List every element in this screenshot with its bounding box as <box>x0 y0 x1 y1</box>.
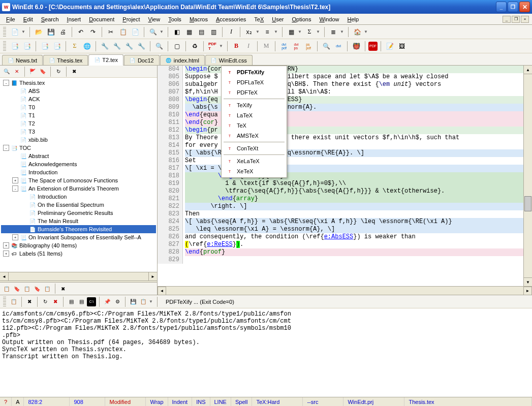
tree-node[interactable]: 📄T1 <box>1 111 156 119</box>
tree-node[interactable]: 📄T0 <box>1 103 156 111</box>
doc-tab-2[interactable]: 📄T2.tex <box>88 54 123 66</box>
maximize-button[interactable]: ❐ <box>508 2 518 12</box>
tree-expand-icon[interactable]: + <box>3 251 9 257</box>
dropdown-item[interactable]: TTeX <box>223 120 286 131</box>
dropdown-item[interactable]: TXeTeX <box>223 166 286 176</box>
toolbar-grip[interactable] <box>3 27 6 37</box>
tree-node[interactable]: 📄ACK <box>1 95 156 103</box>
tree-node[interactable]: 📃Abstract <box>1 152 156 160</box>
console-opts[interactable]: ⚙ <box>113 297 122 306</box>
menu-search[interactable]: Search <box>37 15 63 23</box>
vertical-scrollbar[interactable]: ▲ ▼ <box>523 66 532 286</box>
tex-btn1[interactable]: 📑 <box>9 41 20 52</box>
editor[interactable]: 804 805 806 807 808 809 810 811 812 813 … <box>158 66 523 286</box>
tex-tool2[interactable]: 🔧 <box>111 41 122 52</box>
menu-view[interactable]: View <box>144 15 165 23</box>
menu-options[interactable]: Options <box>288 15 315 23</box>
console-close[interactable]: ✖ <box>25 297 34 306</box>
console-btn4[interactable]: ▤ <box>67 297 76 306</box>
paste-button[interactable]: 📄 <box>130 26 141 38</box>
console-cmd[interactable]: C:\ <box>87 297 96 306</box>
menu-window[interactable]: Window <box>315 15 343 23</box>
tex-btn4[interactable]: 📑 <box>51 41 62 52</box>
tree-node[interactable]: 📄Introduction <box>1 193 156 201</box>
menu-document[interactable]: Document <box>85 15 118 23</box>
copy-button[interactable]: 📋 <box>117 26 129 38</box>
tree-refresh[interactable]: ↻ <box>54 67 63 76</box>
console-btn1[interactable]: 📋 <box>9 297 18 306</box>
toggle2-button[interactable]: ▦ <box>183 26 195 38</box>
find-button[interactable]: 🔍 <box>147 26 159 38</box>
hscroll-right[interactable]: ► <box>148 272 157 280</box>
gs-icon[interactable]: 👹 <box>351 41 362 52</box>
status-project[interactable]: WinEdt.prj <box>343 397 404 406</box>
tree-node[interactable]: 📄ABS <box>1 87 156 95</box>
tree-expand-icon[interactable]: + <box>3 242 9 248</box>
dropdown-item[interactable]: TConTeXt <box>223 143 286 153</box>
pdftexify-button[interactable]: PDFT <box>207 41 218 52</box>
tree-btn2[interactable]: ✕ <box>12 67 21 76</box>
status-tex-mode[interactable]: TeX:Hard <box>252 397 303 406</box>
tree-node[interactable]: 📃Acknowledgements <box>1 160 156 168</box>
find-dropdown[interactable]: ▼ <box>160 29 165 34</box>
bottom-btn1[interactable]: 📋 <box>2 284 11 293</box>
bottom-btn2[interactable]: 🔖 <box>12 284 21 293</box>
save-button[interactable]: 💾 <box>45 26 56 38</box>
tree-node[interactable]: 📄T2 <box>1 119 156 128</box>
dvi-icon[interactable]: dvi <box>333 41 344 52</box>
status-wrap[interactable]: Wrap <box>146 397 168 406</box>
tree-node[interactable]: 📄T3 <box>1 128 156 136</box>
home-button[interactable]: 🏠 <box>352 26 363 38</box>
bottom-close[interactable]: ✖ <box>58 284 68 293</box>
minimize-button[interactable]: _ <box>496 2 507 12</box>
bottom-btn3[interactable]: 📋 <box>22 284 32 293</box>
globe-icon[interactable]: 🌐 <box>81 41 92 52</box>
menu-tools[interactable]: Tools <box>164 15 185 23</box>
console-stop[interactable]: ✖ <box>51 297 60 306</box>
print-button[interactable]: 🖨 <box>57 26 69 38</box>
status-ins[interactable]: INS <box>192 397 210 406</box>
tex-tool1[interactable]: 🔧 <box>99 41 110 52</box>
open-button[interactable]: 📂 <box>33 26 44 38</box>
menu-macros[interactable]: Macros <box>185 15 212 23</box>
menu-project[interactable]: Project <box>118 15 144 23</box>
tree-node[interactable]: 📄Burnside's Theorem Revisited <box>1 225 156 233</box>
compile-box-icon[interactable]: ▢ <box>171 41 182 52</box>
doc-tab-4[interactable]: 🌐index.html <box>160 55 205 65</box>
italic-tex-button[interactable]: I <box>243 41 254 52</box>
toggle1-button[interactable]: ◧ <box>171 26 182 38</box>
menu-user[interactable]: User <box>268 15 288 23</box>
doc-tab-3[interactable]: 📄Doc12 <box>124 55 160 65</box>
tree-node[interactable]: 📄xbib.bib <box>1 136 156 144</box>
status-help[interactable]: ? <box>0 397 12 406</box>
bottom-btn4[interactable]: 🔖 <box>33 284 42 293</box>
tree-node[interactable]: 📄The Main Result <box>1 217 156 225</box>
bold-button[interactable]: B <box>231 41 242 52</box>
table-button[interactable]: ▦ <box>286 26 297 38</box>
menu-tex[interactable]: TeX <box>250 15 268 23</box>
tree-expand-icon[interactable]: - <box>3 80 9 86</box>
tree-expand-icon[interactable]: + <box>12 177 18 183</box>
doc-tab-5[interactable]: 📄WinEdt.css <box>205 55 253 65</box>
tree-expand-icon[interactable]: - <box>3 145 9 151</box>
status-spell[interactable]: Spell <box>231 397 252 406</box>
project-tree[interactable]: -📘Thesis.tex📄ABS📄ACK📄T0📄T1📄T2📄T3📄xbib.bi… <box>0 78 157 272</box>
console-output[interactable]: ic/amsfonts/cm/cmsy6.pfb><C:/Program Fil… <box>0 308 532 397</box>
tree-flag[interactable]: 🚩 <box>28 67 37 76</box>
status-src[interactable]: --src <box>303 397 343 406</box>
dropdown-item[interactable]: TPDFLaTeX <box>223 77 286 87</box>
tree-node[interactable]: +📚Bibliography (40 Items) <box>1 241 156 249</box>
tree-node[interactable]: -📑TOC <box>1 144 156 152</box>
tex-tool3[interactable]: 🔧 <box>123 41 135 52</box>
menu-accessories[interactable]: Accessories <box>212 15 250 23</box>
tree-bookmark[interactable]: 🔖 <box>38 67 47 76</box>
console-refresh[interactable]: ↻ <box>41 297 50 306</box>
mdi-restore-button[interactable]: ❐ <box>512 16 520 23</box>
dropdown-item[interactable]: TPDFTeXify <box>223 67 286 77</box>
status-line[interactable]: LINE <box>210 397 231 406</box>
new-dropdown[interactable]: ▼ <box>21 29 26 34</box>
close-button[interactable]: ✕ <box>519 2 530 12</box>
sub-button[interactable]: x₂ <box>243 26 255 38</box>
editor-icon[interactable]: 📝 <box>384 41 395 52</box>
tex-btn2[interactable]: 📑 <box>21 41 33 52</box>
